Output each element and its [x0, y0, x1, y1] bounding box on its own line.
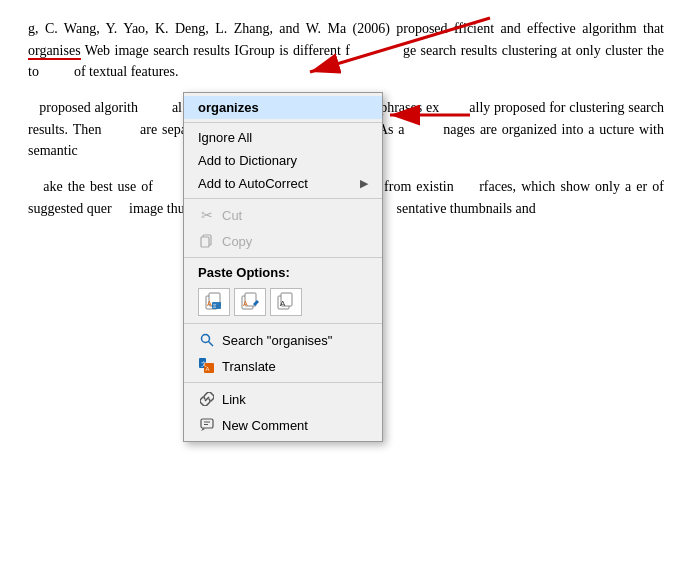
- svg-point-13: [202, 335, 210, 343]
- menu-item-add-to-autocorrect-label: Add to AutoCorrect: [198, 176, 354, 191]
- menu-item-add-to-dictionary[interactable]: Add to Dictionary: [184, 149, 382, 172]
- menu-item-cut-label: Cut: [222, 208, 368, 223]
- paste-keep-source-btn[interactable]: A ≡: [198, 288, 230, 316]
- menu-item-link-label: Link: [222, 392, 368, 407]
- menu-item-add-to-dictionary-label: Add to Dictionary: [198, 153, 368, 168]
- menu-item-search-label: Search "organises": [222, 333, 368, 348]
- cut-icon: ✂: [198, 206, 216, 224]
- svg-rect-1: [201, 237, 209, 247]
- search-icon: [198, 331, 216, 349]
- svg-text:A: A: [280, 299, 286, 308]
- menu-item-ignore-all-label: Ignore All: [198, 130, 368, 145]
- menu-item-ignore-all[interactable]: Ignore All: [184, 126, 382, 149]
- link-icon: [198, 390, 216, 408]
- svg-text:A: A: [206, 366, 210, 372]
- menu-item-translate[interactable]: 文 A Translate: [184, 353, 382, 379]
- paragraph-1: g, C. Wang, Y. Yao, K. Deng, L. Zhang, a…: [28, 18, 664, 83]
- svg-text:≡: ≡: [213, 303, 217, 309]
- copy-icon: [198, 232, 216, 250]
- menu-item-organizes[interactable]: organizes: [184, 96, 382, 119]
- paste-options-label-row: Paste Options:: [184, 261, 382, 284]
- menu-item-translate-label: Translate: [222, 359, 368, 374]
- menu-divider-4: [184, 323, 382, 324]
- menu-item-copy[interactable]: Copy: [184, 228, 382, 254]
- paste-merge-formatting-btn[interactable]: A: [234, 288, 266, 316]
- menu-item-search[interactable]: Search "organises": [184, 327, 382, 353]
- translate-icon: 文 A: [198, 357, 216, 375]
- svg-text:A: A: [243, 300, 248, 307]
- paste-keep-text-only-btn[interactable]: A: [270, 288, 302, 316]
- paste-icons-row: A ≡ A A: [184, 284, 382, 320]
- menu-divider-5: [184, 382, 382, 383]
- paste-options-label: Paste Options:: [198, 265, 368, 280]
- menu-item-new-comment[interactable]: New Comment: [184, 412, 382, 438]
- misspelled-word: organises: [28, 43, 81, 60]
- menu-item-copy-label: Copy: [222, 234, 368, 249]
- menu-divider-3: [184, 257, 382, 258]
- new-comment-icon: [198, 416, 216, 434]
- svg-text:A: A: [207, 300, 212, 307]
- submenu-arrow-icon: ▶: [360, 177, 368, 190]
- menu-item-cut[interactable]: ✂ Cut: [184, 202, 382, 228]
- menu-divider-1: [184, 122, 382, 123]
- menu-item-add-to-autocorrect[interactable]: Add to AutoCorrect ▶: [184, 172, 382, 195]
- svg-line-14: [209, 342, 214, 347]
- svg-rect-20: [201, 419, 213, 428]
- menu-item-new-comment-label: New Comment: [222, 418, 368, 433]
- menu-divider-2: [184, 198, 382, 199]
- context-menu: organizes Ignore All Add to Dictionary A…: [183, 92, 383, 442]
- menu-item-link[interactable]: Link: [184, 386, 382, 412]
- menu-item-organizes-label: organizes: [198, 100, 368, 115]
